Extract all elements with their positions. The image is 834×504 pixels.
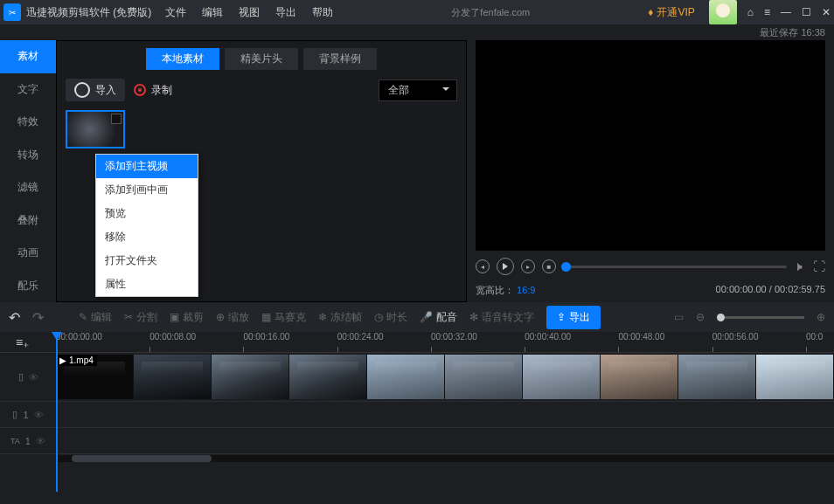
zoom-in-icon[interactable]: ⊕: [817, 311, 825, 323]
player-controls: ◂ ▸ ■ 🕨 ⛶: [476, 251, 825, 282]
scrollbar-thumb[interactable]: [72, 455, 212, 462]
ab-voiceover[interactable]: 🎤 配音: [420, 310, 457, 325]
clip-type-icon: ▶: [59, 356, 66, 365]
clip-thumbnails: [56, 355, 834, 399]
undo-button[interactable]: ↶: [9, 309, 20, 326]
app-title: 迅捷视频剪辑软件 (免费版): [26, 5, 151, 20]
menu-view[interactable]: 视图: [239, 5, 260, 20]
video-track: ▯ 👁 ▶ 1.mp4: [0, 353, 834, 402]
ruler-mark: 00:00:56.00: [712, 332, 806, 352]
fullscreen-icon[interactable]: ⛶: [813, 259, 825, 273]
playhead[interactable]: [56, 332, 58, 492]
ab-zoom[interactable]: ⊕ 缩放: [216, 310, 249, 325]
material-toolbar: 导入 录制 全部: [66, 79, 457, 101]
ab-freeze[interactable]: ❄ 冻结帧: [318, 310, 362, 325]
sidenav-item-filter[interactable]: 滤镜: [0, 171, 56, 204]
filter-selected: 全部: [388, 84, 409, 96]
ctx-preview[interactable]: 预览: [96, 202, 198, 225]
filter-dropdown[interactable]: 全部: [379, 79, 457, 101]
media-thumbnail[interactable]: [66, 110, 125, 148]
timeline-ruler[interactable]: 00:00:00.00 00:00:08.00 00:00:16.00 00:0…: [0, 332, 834, 353]
video-track-body[interactable]: ▶ 1.mp4: [56, 353, 834, 401]
sidenav-item-overlay[interactable]: 叠附: [0, 204, 56, 238]
eye-icon[interactable]: 👁: [34, 410, 44, 420]
progress-slider[interactable]: [563, 266, 787, 268]
ratio-value[interactable]: 16:9: [517, 285, 535, 295]
preview-meta: 宽高比： 16:9 00:00:00.00 / 00:02:59.75: [476, 282, 825, 302]
audio-track-count: 1: [23, 410, 28, 420]
ab-split[interactable]: ✂ 分割: [124, 310, 157, 325]
next-frame-button[interactable]: ▸: [521, 259, 535, 273]
ruler-mark: 00:00:00.00: [56, 332, 149, 352]
timeline-scrollbar[interactable]: [0, 454, 834, 463]
ctx-properties[interactable]: 属性: [96, 273, 198, 296]
ab-duration[interactable]: ◷ 时长: [374, 310, 407, 325]
ruler-mark: 00:00:24.00: [337, 332, 431, 352]
ab-edit[interactable]: ✎ 编辑: [79, 310, 112, 325]
text-track-header[interactable]: TA 1 👁: [0, 428, 56, 453]
ab-crop[interactable]: ▣ 裁剪: [170, 310, 204, 325]
menu-edit[interactable]: 编辑: [202, 5, 223, 20]
sidenav-item-transition[interactable]: 转场: [0, 139, 56, 172]
audio-track-body[interactable]: [56, 402, 834, 427]
home-icon[interactable]: ⌂: [747, 6, 754, 18]
sidenav: 素材 文字 特效 转场 滤镜 叠附 动画 配乐: [0, 40, 56, 302]
import-button[interactable]: 导入: [66, 79, 125, 101]
sidenav-item-music[interactable]: 配乐: [0, 270, 56, 303]
fit-icon[interactable]: ▭: [674, 311, 684, 323]
zoom-slider[interactable]: [717, 316, 804, 319]
time-display: 00:00:00.00 / 00:02:59.75: [716, 284, 825, 297]
export-button[interactable]: ⇪ 导出: [546, 306, 601, 329]
context-menu: 添加到主视频 添加到画中画 预览 移除 打开文件夹 属性: [95, 154, 198, 297]
window-controls: ⌂ ≡ — ☐ ✕: [747, 6, 831, 18]
menu-file[interactable]: 文件: [165, 5, 186, 20]
eye-icon[interactable]: 👁: [36, 436, 45, 446]
tab-intros[interactable]: 精美片头: [225, 48, 298, 70]
sidenav-item-animation[interactable]: 动画: [0, 237, 56, 270]
redo-button[interactable]: ↷: [32, 309, 44, 326]
prev-frame-button[interactable]: ◂: [476, 259, 490, 273]
tab-backgrounds[interactable]: 背景样例: [303, 48, 377, 70]
vip-button[interactable]: ♦ 开通VIP: [648, 5, 694, 20]
titlebar: ✂ 迅捷视频剪辑软件 (免费版) 文件 编辑 视图 导出 帮助 分发了fenfa…: [0, 0, 834, 24]
record-button[interactable]: 录制: [134, 83, 172, 98]
ctx-remove[interactable]: 移除: [96, 225, 198, 249]
material-panel: 本地素材 精美片头 背景样例 导入 录制 全部 添加到主视频 添加到画中画 预览: [56, 40, 467, 302]
volume-icon[interactable]: 🕨: [794, 259, 806, 273]
menu-icon[interactable]: ≡: [764, 6, 770, 18]
lock-icon[interactable]: 👁: [29, 372, 38, 383]
text-track-icon: TA: [10, 437, 20, 445]
sidenav-item-text[interactable]: 文字: [0, 73, 56, 107]
ab-mosaic[interactable]: ▦ 马赛克: [261, 310, 306, 325]
preview-column: ◂ ▸ ■ 🕨 ⛶ 宽高比： 16:9 00:00:00.00 / 00:02:…: [467, 40, 834, 302]
avatar[interactable]: [709, 0, 737, 24]
audio-track: ▯ 1 👁: [0, 402, 834, 428]
menu-help[interactable]: 帮助: [312, 5, 333, 20]
video-track-header[interactable]: ▯ 👁: [0, 353, 56, 401]
sidenav-item-effects[interactable]: 特效: [0, 106, 56, 139]
play-button[interactable]: [497, 258, 514, 275]
video-clip[interactable]: ▶ 1.mp4: [56, 355, 834, 399]
timeline: ≡₊ 00:00:00.00 00:00:08.00 00:00:16.00 0…: [0, 332, 834, 463]
ctx-open-folder[interactable]: 打开文件夹: [96, 249, 198, 273]
clip-name: 1.mp4: [69, 356, 94, 365]
maximize-icon[interactable]: ☐: [802, 6, 811, 18]
zoom-out-icon[interactable]: ⊖: [696, 311, 705, 323]
preview-canvas[interactable]: [476, 40, 825, 251]
ab-stt[interactable]: ✻ 语音转文字: [469, 310, 534, 325]
ctx-add-pip[interactable]: 添加到画中画: [96, 178, 198, 202]
thumbnail-area: 添加到主视频 添加到画中画 预览 移除 打开文件夹 属性: [66, 110, 457, 294]
menu-export[interactable]: 导出: [275, 5, 296, 20]
minimize-icon[interactable]: —: [781, 6, 791, 18]
close-icon[interactable]: ✕: [822, 6, 831, 18]
audio-track-header[interactable]: ▯ 1 👁: [0, 402, 56, 427]
tab-local[interactable]: 本地素材: [146, 48, 219, 70]
sidenav-item-material[interactable]: 素材: [0, 40, 56, 73]
record-label: 录制: [151, 83, 172, 98]
material-tabs: 本地素材 精美片头 背景样例: [66, 48, 457, 70]
ctx-add-main[interactable]: 添加到主视频: [96, 155, 198, 178]
text-track-body[interactable]: [56, 428, 834, 453]
stop-button[interactable]: ■: [542, 259, 556, 273]
ruler-mark: 00:00:48.00: [618, 332, 712, 352]
refresh-icon: [74, 82, 90, 98]
